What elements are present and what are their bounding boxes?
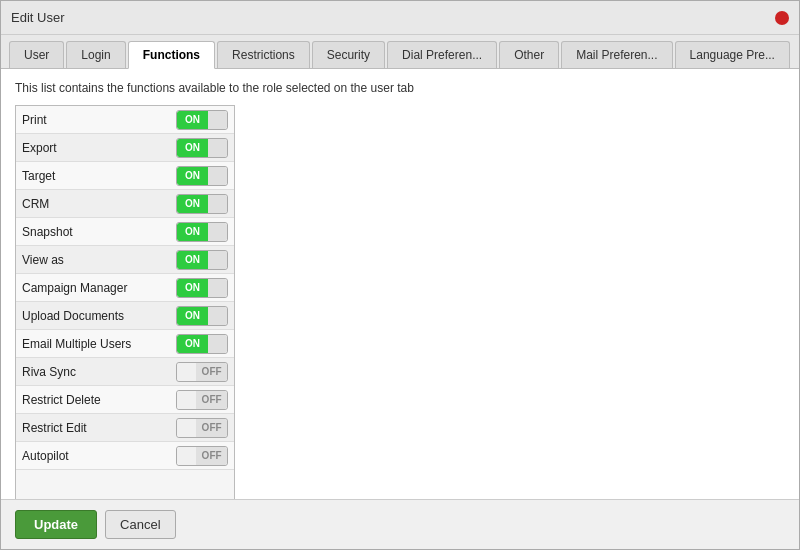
function-toggle-email-multiple-users[interactable]: ON [176,334,228,354]
function-toggle-autopilot[interactable]: OFF [176,446,228,466]
function-name: Target [22,169,55,183]
function-row-riva-sync: Riva SyncOFF [16,358,234,386]
tab-user[interactable]: User [9,41,64,68]
functions-list-empty [16,470,234,499]
function-toggle-restrict-edit[interactable]: OFF [176,418,228,438]
function-toggle-snapshot[interactable]: ON [176,222,228,242]
function-row-campaign-manager: Campaign ManagerON [16,274,234,302]
function-toggle-upload-documents[interactable]: ON [176,306,228,326]
function-name: Print [22,113,47,127]
function-row-restrict-delete: Restrict DeleteOFF [16,386,234,414]
functions-list: PrintONExportONTargetONCRMONSnapshotONVi… [15,105,235,499]
function-name: View as [22,253,64,267]
function-name: Riva Sync [22,365,76,379]
tab-mail-preferences[interactable]: Mail Preferen... [561,41,672,68]
function-toggle-view-as[interactable]: ON [176,250,228,270]
tab-content: This list contains the functions availab… [1,69,799,499]
tab-language-preferences[interactable]: Language Pre... [675,41,790,68]
function-row-view-as: View asON [16,246,234,274]
function-name: Campaign Manager [22,281,127,295]
window-title: Edit User [11,10,64,25]
function-row-restrict-edit: Restrict EditOFF [16,414,234,442]
function-toggle-print[interactable]: ON [176,110,228,130]
tab-other[interactable]: Other [499,41,559,68]
function-name: CRM [22,197,49,211]
tab-functions[interactable]: Functions [128,41,215,69]
function-row-upload-documents: Upload DocumentsON [16,302,234,330]
tab-restrictions[interactable]: Restrictions [217,41,310,68]
function-toggle-crm[interactable]: ON [176,194,228,214]
function-toggle-restrict-delete[interactable]: OFF [176,390,228,410]
function-name: Restrict Delete [22,393,101,407]
function-name: Restrict Edit [22,421,87,435]
function-row-email-multiple-users: Email Multiple UsersON [16,330,234,358]
function-row-export: ExportON [16,134,234,162]
update-button[interactable]: Update [15,510,97,539]
function-row-target: TargetON [16,162,234,190]
function-name: Email Multiple Users [22,337,131,351]
edit-user-window: Edit User UserLoginFunctionsRestrictions… [0,0,800,550]
function-toggle-campaign-manager[interactable]: ON [176,278,228,298]
function-toggle-riva-sync[interactable]: OFF [176,362,228,382]
tab-login[interactable]: Login [66,41,125,68]
function-name: Upload Documents [22,309,124,323]
tab-security[interactable]: Security [312,41,385,68]
close-button[interactable] [775,11,789,25]
function-row-crm: CRMON [16,190,234,218]
function-row-snapshot: SnapshotON [16,218,234,246]
footer: Update Cancel [1,499,799,549]
function-toggle-export[interactable]: ON [176,138,228,158]
tab-bar: UserLoginFunctionsRestrictionsSecurityDi… [1,35,799,69]
function-name: Export [22,141,57,155]
function-name: Snapshot [22,225,73,239]
functions-description: This list contains the functions availab… [15,81,785,95]
function-row-print: PrintON [16,106,234,134]
cancel-button[interactable]: Cancel [105,510,175,539]
function-name: Autopilot [22,449,69,463]
title-bar: Edit User [1,1,799,35]
function-row-autopilot: AutopilotOFF [16,442,234,470]
tab-dial-preferences[interactable]: Dial Preferen... [387,41,497,68]
function-toggle-target[interactable]: ON [176,166,228,186]
